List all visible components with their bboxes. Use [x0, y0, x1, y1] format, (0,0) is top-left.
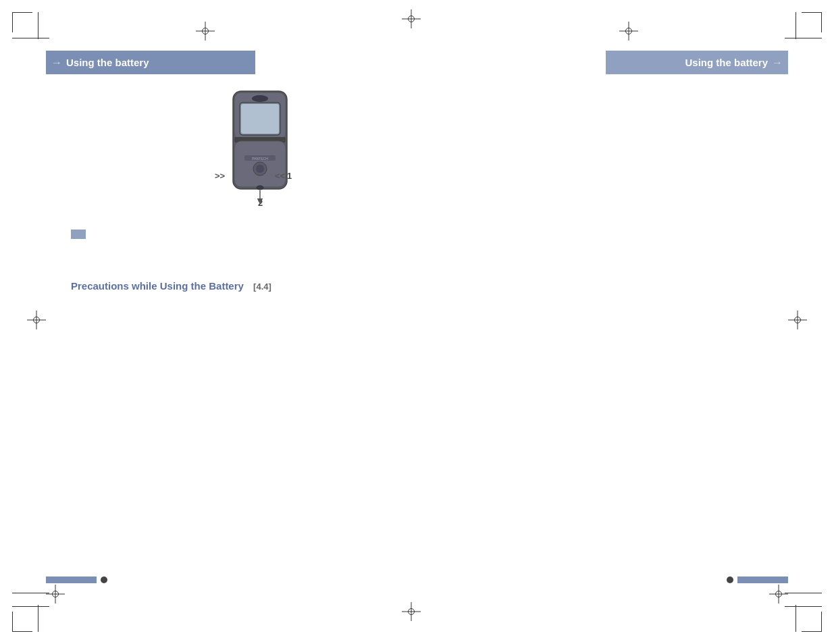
vline-bl	[38, 605, 38, 632]
precautions-section: [4.4]	[253, 281, 271, 292]
registration-mark-right	[788, 311, 807, 329]
crosshair-top-right	[619, 22, 638, 41]
bottom-rect-right	[737, 576, 788, 583]
vline-tl	[38, 12, 38, 39]
section-color-indicator	[71, 230, 86, 239]
svg-point-11	[257, 186, 263, 190]
bottom-rule-right	[785, 593, 822, 593]
left-header-arrow-icon: →	[51, 57, 62, 69]
corner-mark-tl	[12, 12, 32, 32]
svg-text:PANTECH: PANTECH	[252, 157, 268, 161]
crosshair-top-left	[196, 22, 215, 41]
vline-br	[796, 605, 796, 632]
header-left-title: Using the battery	[66, 57, 149, 68]
bottom-rect-left	[46, 576, 97, 583]
right-header-arrow-icon: →	[772, 57, 783, 69]
crosshair-top-center	[402, 9, 421, 28]
hline-tl	[12, 38, 49, 38]
hline-br	[785, 606, 822, 607]
header-left-bar: → Using the battery	[46, 51, 255, 74]
corner-mark-tr	[802, 12, 822, 32]
svg-point-10	[256, 165, 264, 173]
bottom-dot-right	[727, 576, 733, 583]
svg-text:>>: >>	[215, 171, 226, 181]
svg-text:1: 1	[287, 171, 292, 181]
registration-mark-left	[27, 311, 46, 329]
svg-text:<<: <<	[275, 171, 286, 181]
bottom-dot-left	[101, 576, 107, 583]
crosshair-bottom-left	[46, 585, 65, 603]
bottom-bar-right	[727, 576, 788, 583]
header-right-bar: Using the battery →	[606, 51, 788, 74]
vline-tr	[796, 12, 796, 39]
precautions-title: Precautions while Using the Battery	[71, 280, 244, 292]
hline-tr	[785, 38, 822, 38]
bottom-rule-left	[12, 593, 49, 593]
svg-point-2	[252, 95, 268, 102]
svg-rect-4	[241, 104, 279, 134]
crosshair-bottom-right	[769, 585, 788, 603]
corner-mark-br	[802, 612, 822, 632]
phone-illustration: PANTECH >> << 1 2	[203, 88, 317, 230]
corner-mark-bl	[12, 612, 32, 632]
precautions-heading: Precautions while Using the Battery [4.4…	[71, 280, 271, 292]
header-right-title: Using the battery	[685, 57, 768, 68]
crosshair-bottom-center	[402, 602, 421, 621]
bottom-bar-left	[46, 576, 107, 583]
hline-bl	[12, 606, 49, 607]
